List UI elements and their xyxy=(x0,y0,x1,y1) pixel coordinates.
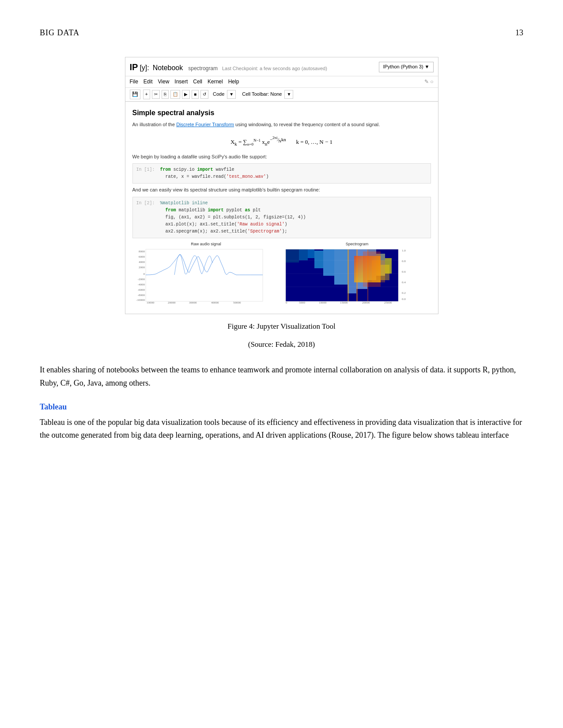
notebook-description: An illustration of the Discrete Fourier … xyxy=(132,121,431,129)
svg-rect-33 xyxy=(323,249,334,276)
toolbar-cell-toolbar-label: Cell Toolbar: None xyxy=(242,90,282,98)
jupyter-kernel-label: IPython (Python 3) ▼ xyxy=(379,62,433,72)
spectrogram-title: Spectrogram xyxy=(283,241,431,247)
menu-view[interactable]: View xyxy=(158,78,170,86)
menu-kernel[interactable]: Kernel xyxy=(208,78,223,86)
jupyter-toolbar: 💾 + ✂ ⎘ 📋 ▶ ■ ↺ Code ▼ Cell Toolbar: Non… xyxy=(125,88,438,102)
menu-icons: ✎ ○ xyxy=(424,78,434,86)
toolbar-paste[interactable]: 📋 xyxy=(170,90,180,99)
svg-rect-29 xyxy=(286,249,299,263)
plots-container: Raw audio signal 8000 6000 4000 2000 0 -… xyxy=(132,241,431,308)
toolbar-cell-toolbar-dropdown[interactable]: ▼ xyxy=(284,90,293,99)
spectrogram-chart: Spectrogram 1.0 0.8 0.6 0.4 0.2 0.0 0 50… xyxy=(283,241,431,308)
svg-text:-4000: -4000 xyxy=(137,283,145,286)
svg-text:4000: 4000 xyxy=(139,260,145,264)
dft-link[interactable]: Discrete Fourier Transform xyxy=(176,122,234,127)
notebook-title-section: Simple spectral analysis An illustration… xyxy=(132,107,431,129)
raw-audio-chart: Raw audio signal 8000 6000 4000 2000 0 -… xyxy=(132,241,280,308)
menu-edit[interactable]: Edit xyxy=(144,78,153,86)
page-header: BIG DATA 13 xyxy=(40,26,523,39)
tableau-heading: Tableau xyxy=(40,401,523,413)
svg-text:0.6: 0.6 xyxy=(402,270,406,274)
menu-cell[interactable]: Cell xyxy=(193,78,202,86)
page-number: 13 xyxy=(515,26,523,39)
svg-rect-32 xyxy=(314,251,323,268)
svg-text:1.0: 1.0 xyxy=(402,249,406,252)
menu-insert[interactable]: Insert xyxy=(174,78,188,86)
svg-text:6000: 6000 xyxy=(139,255,145,259)
cell-prompt-2: In [2]: xyxy=(136,201,155,206)
jupyter-filename: spectrogram xyxy=(188,64,218,73)
jupyter-header: IP[y]: Notebook spectrogram Last Checkpo… xyxy=(125,57,438,76)
notebook-text-2: And we can easily view its spectral stru… xyxy=(132,186,431,194)
svg-text:0.8: 0.8 xyxy=(402,259,406,263)
svg-text:0.0: 0.0 xyxy=(402,297,406,301)
math-formula: Xk = ∑n=0N−1 xne−2πi⁄Nkn k = 0, …, N − 1 xyxy=(132,133,431,150)
jupyter-checkpoint: Last Checkpoint: a few seconds ago (auto… xyxy=(222,65,327,73)
jupyter-notebook-label: Notebook xyxy=(153,62,183,74)
spectrogram-svg: 1.0 0.8 0.6 0.4 0.2 0.0 0 5000 10000 150… xyxy=(283,247,407,304)
svg-rect-40 xyxy=(348,249,349,301)
menu-help[interactable]: Help xyxy=(228,78,239,86)
toolbar-plus[interactable]: + xyxy=(143,90,150,99)
notebook-main-title: Simple spectral analysis xyxy=(132,107,431,119)
svg-rect-31 xyxy=(308,249,314,258)
toolbar-refresh[interactable]: ↺ xyxy=(200,90,208,99)
toolbar-save[interactable]: 💾 xyxy=(130,90,140,99)
code-cell-2[interactable]: In [2]: %matplotlib inline from matplotl… xyxy=(132,197,431,238)
svg-text:-10000: -10000 xyxy=(136,298,145,302)
toolbar-cell-type: Code xyxy=(213,90,224,98)
jupyter-menubar[interactable]: File Edit View Insert Cell Kernel Help ✎… xyxy=(125,76,438,88)
svg-text:-8000: -8000 xyxy=(137,293,145,297)
svg-rect-34 xyxy=(334,249,348,285)
jupyter-kernel-area: IPython (Python 3) ▼ xyxy=(379,62,433,72)
code-cell-1[interactable]: In [1]: from scipy.io import wavfile rat… xyxy=(132,163,431,184)
raw-audio-title: Raw audio signal xyxy=(132,241,280,247)
svg-rect-49 xyxy=(381,265,389,280)
toolbar-run[interactable]: ▶ xyxy=(182,90,190,99)
svg-text:0.4: 0.4 xyxy=(402,281,406,284)
svg-text:2000: 2000 xyxy=(139,266,145,269)
jupyter-ip-label: IP xyxy=(130,60,138,74)
body-paragraph-1: It enables sharing of notebooks between … xyxy=(40,364,523,390)
notebook-text-1: We begin by loading a datafile using Sci… xyxy=(132,153,431,161)
svg-text:-2000: -2000 xyxy=(137,278,145,281)
toolbar-cell-type-dropdown[interactable]: ▼ xyxy=(227,90,236,99)
toolbar-stop[interactable]: ■ xyxy=(192,90,199,99)
jupyter-logo: IP[y]: Notebook spectrogram Last Checkpo… xyxy=(130,60,327,74)
cell-prompt-1: In [1]: xyxy=(136,167,155,172)
jupyter-screenshot: IP[y]: Notebook spectrogram Last Checkpo… xyxy=(125,57,438,314)
svg-text:0.2: 0.2 xyxy=(402,291,406,295)
toolbar-cut[interactable]: ✂ xyxy=(152,90,160,99)
tableau-paragraph: Tableau is one of the popular big data v… xyxy=(40,416,523,442)
svg-text:-6000: -6000 xyxy=(137,288,145,292)
jupyter-content: Simple spectral analysis An illustration… xyxy=(125,102,438,314)
toolbar-copy[interactable]: ⎘ xyxy=(162,90,169,99)
svg-text:0: 0 xyxy=(143,272,145,276)
page-header-title: BIG DATA xyxy=(40,26,79,39)
svg-text:8000: 8000 xyxy=(139,250,145,253)
figure-caption: Figure 4: Jupyter Visualization Tool xyxy=(227,320,336,332)
svg-rect-30 xyxy=(299,249,308,260)
svg-rect-15 xyxy=(146,249,263,301)
figure-source: (Source: Fedak, 2018) xyxy=(248,338,315,350)
menu-file[interactable]: File xyxy=(130,78,138,86)
raw-audio-svg: 8000 6000 4000 2000 0 -2000 -4000 -6000 … xyxy=(132,247,265,304)
